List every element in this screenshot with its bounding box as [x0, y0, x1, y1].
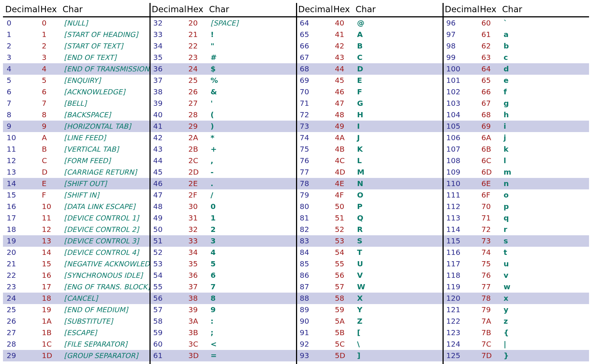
cell-decimal: 105	[443, 121, 478, 132]
cell-hex: 13	[38, 235, 60, 247]
table-row: 915B[	[296, 327, 443, 338]
cell-hex: 40	[331, 17, 353, 29]
cell-char: `	[500, 17, 589, 29]
cell-decimal: 103	[443, 98, 478, 109]
table-row: 88[BACKSPACE]	[3, 109, 149, 121]
cell-char: [BELL]	[60, 98, 149, 109]
table-row: 2418[CANCEL]	[3, 293, 149, 304]
cell-decimal: 123	[443, 327, 478, 338]
table-row: 7248H	[296, 109, 443, 121]
cell-decimal: 62	[149, 361, 185, 364]
cell-hex: 24	[185, 63, 207, 75]
cell-char: !	[207, 29, 296, 40]
table-row: 49311	[149, 212, 296, 224]
cell-decimal: 108	[443, 155, 478, 166]
cell-char: D	[353, 63, 443, 75]
cell-char: y	[500, 304, 589, 316]
cell-decimal: 14	[3, 178, 38, 189]
cell-char: [NEGATIVE ACKNOWLEDGE]	[60, 258, 149, 270]
table-row: 6945E	[296, 75, 443, 86]
cell-decimal: 27	[3, 327, 38, 338]
cell-char: M	[353, 166, 443, 178]
cell-hex: 2D	[185, 166, 207, 178]
cell-char: s	[500, 235, 589, 247]
cell-char: [START OF HEADING]	[60, 29, 149, 40]
table-row: 8959Y	[296, 304, 443, 316]
cell-decimal: 85	[296, 258, 331, 270]
cell-char: -	[207, 166, 296, 178]
table-row: 11270p	[443, 201, 589, 212]
cell-char: 4	[207, 247, 296, 258]
cell-hex: 23	[185, 52, 207, 63]
cell-hex: 76	[478, 270, 500, 281]
table-row: 462E.	[149, 178, 296, 189]
cell-hex: 61	[478, 29, 500, 40]
cell-char: k	[500, 144, 589, 155]
cell-char: w	[500, 281, 589, 293]
table-row: 54366	[149, 270, 296, 281]
cell-hex: 2F	[185, 189, 207, 201]
cell-hex: 4C	[331, 155, 353, 166]
cell-char: [FORM FEED]	[60, 155, 149, 166]
cell-char: {	[500, 327, 589, 338]
table-row: 55[ENQUIRY]	[3, 75, 149, 86]
cell-char: 3	[207, 235, 296, 247]
table-row: 472F/	[149, 189, 296, 201]
cell-hex: E	[38, 178, 60, 189]
cell-char: 6	[207, 270, 296, 281]
cell-hex: 71	[478, 212, 500, 224]
cell-decimal: 96	[443, 17, 478, 29]
cell-hex: 57	[331, 281, 353, 293]
cell-hex: 2A	[185, 132, 207, 144]
cell-char: [BACKSPACE]	[60, 109, 149, 121]
cell-char: \	[353, 338, 443, 350]
cell-decimal: 26	[3, 316, 38, 327]
cell-decimal: 46	[149, 178, 185, 189]
cell-hex: 35	[185, 258, 207, 270]
cell-decimal: 117	[443, 258, 478, 270]
header-hex: Hex	[331, 3, 353, 17]
cell-decimal: 86	[296, 270, 331, 281]
cell-char: [ACKNOWLEDGE]	[60, 86, 149, 98]
table-row: 57399	[149, 304, 296, 316]
cell-hex: 58	[331, 293, 353, 304]
cell-char: [END OF TRANSMISSION]	[60, 63, 149, 75]
cell-hex: 49	[331, 121, 353, 132]
cell-char: [CARRIAGE RETURN]	[60, 166, 149, 178]
ascii-subtable: DecimalHexChar3220[SPACE]3321!3422"3523#…	[149, 3, 296, 364]
table-row: 9761a	[443, 29, 589, 40]
table-row: 10A[LINE FEED]	[3, 132, 149, 144]
cell-decimal: 16	[3, 201, 38, 212]
cell-char: h	[500, 109, 589, 121]
cell-decimal: 10	[3, 132, 38, 144]
cell-hex: 1D	[38, 350, 60, 361]
table-row: 11674t	[443, 247, 589, 258]
table-row: 66[ACKNOWLEDGE]	[3, 86, 149, 98]
table-row: 8353S	[296, 235, 443, 247]
table-row: 1257D}	[443, 350, 589, 361]
table-row: 1237B{	[443, 327, 589, 338]
cell-char: Y	[353, 304, 443, 316]
cell-char: W	[353, 281, 443, 293]
cell-char: /	[207, 189, 296, 201]
cell-decimal: 29	[3, 350, 38, 361]
cell-char: x	[500, 293, 589, 304]
table-row: 935D]	[296, 350, 443, 361]
cell-char: }	[500, 350, 589, 361]
table-row: 754BK	[296, 144, 443, 155]
cell-char: 1	[207, 212, 296, 224]
table-row: 1913[DEVICE CONTROL 3]	[3, 235, 149, 247]
cell-hex: 1A	[38, 316, 60, 327]
cell-decimal: 61	[149, 350, 185, 361]
cell-hex: C	[38, 155, 60, 166]
cell-hex: 65	[478, 75, 500, 86]
cell-decimal: 2	[3, 40, 38, 52]
cell-decimal: 106	[443, 132, 478, 144]
cell-char: [DEVICE CONTROL 3]	[60, 235, 149, 247]
table-row: 1711[DEVICE CONTROL 1]	[3, 212, 149, 224]
cell-decimal: 11	[3, 144, 38, 155]
table-row: 10266f	[443, 86, 589, 98]
cell-char: .	[207, 178, 296, 189]
cell-char: [END OF TEXT]	[60, 52, 149, 63]
cell-char: m	[500, 166, 589, 178]
